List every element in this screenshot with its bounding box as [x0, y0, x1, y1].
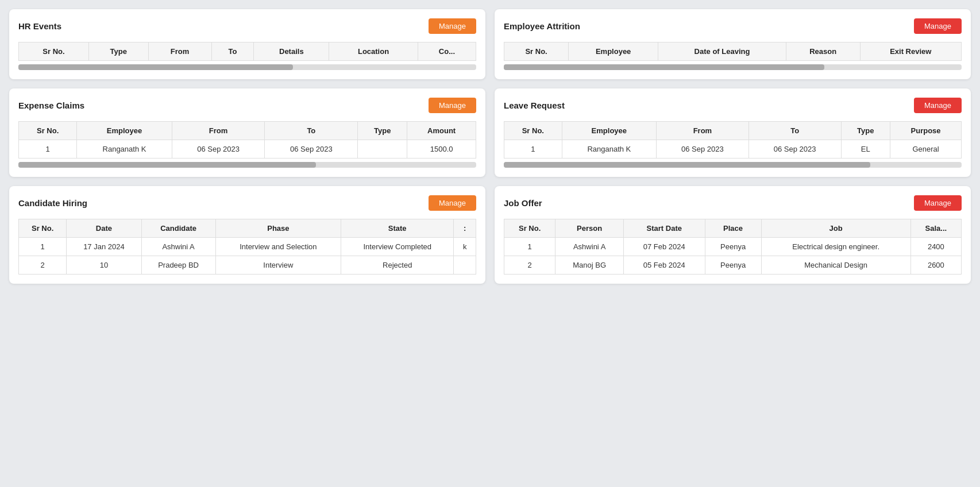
expense-claims-table: Sr No. Employee From To Type Amount 1 Ra… — [18, 121, 476, 159]
job-offer-header: Job Offer Manage — [504, 195, 962, 211]
expense-claims-header-row: Sr No. Employee From To Type Amount — [19, 122, 476, 140]
jo-job2: Mechanical Design — [761, 256, 910, 275]
candidate-hiring-card: Candidate Hiring Manage Sr No. Date Cand… — [9, 186, 485, 284]
expense-claims-title: Expense Claims — [18, 101, 84, 110]
candidate-hiring-tbody: 1 17 Jan 2024 Ashwini A Interview and Se… — [19, 238, 476, 275]
jo-salary1: 2400 — [910, 238, 961, 256]
expense-claims-card: Expense Claims Manage Sr No. Employee Fr… — [9, 88, 485, 177]
jo-place1: Peenya — [705, 238, 761, 256]
lr-col-to: To — [748, 122, 841, 140]
jo-person2: Manoj BG — [555, 256, 624, 275]
expense-claims-scrollbar[interactable] — [18, 162, 476, 168]
jo-person1: Ashwini A — [555, 238, 624, 256]
candidate-hiring-title: Candidate Hiring — [18, 198, 87, 208]
hr-events-col-from: From — [148, 42, 211, 61]
ch-extra: k — [454, 238, 476, 256]
candidate-hiring-header-row: Sr No. Date Candidate Phase State : — [19, 219, 476, 238]
jo-col-salary: Sala... — [910, 219, 961, 238]
ch-state2: Rejected — [341, 256, 454, 275]
ch-col-state: State — [341, 219, 454, 238]
hr-events-table: Sr No. Type From To Details Location Co.… — [18, 42, 476, 61]
employee-attrition-title: Employee Attrition — [504, 21, 580, 31]
jo-job1: Electrical design engineer. — [761, 238, 910, 256]
ec-to: 06 Sep 2023 — [265, 140, 358, 159]
ea-col-reason: Reason — [786, 42, 860, 61]
lr-col-srno: Sr No. — [504, 122, 562, 140]
job-offer-title: Job Offer — [504, 198, 542, 208]
jo-col-job: Job — [761, 219, 910, 238]
lr-type: EL — [841, 140, 890, 159]
table-row: 1 Ashwini A 07 Feb 2024 Peenya Electrica… — [504, 238, 962, 256]
ec-col-from: From — [172, 122, 265, 140]
lr-col-type: Type — [841, 122, 890, 140]
ea-col-employee: Employee — [569, 42, 658, 61]
leave-request-header: Leave Request Manage — [504, 98, 962, 113]
expense-claims-manage-button[interactable]: Manage — [429, 98, 476, 113]
ch-date2: 10 — [67, 256, 141, 275]
jo-col-srno: Sr No. — [504, 219, 555, 238]
ch-candidate: Ashwini A — [141, 238, 215, 256]
table-row: 2 Manoj BG 05 Feb 2024 Peenya Mechanical… — [504, 256, 962, 275]
expense-claims-header: Expense Claims Manage — [18, 98, 476, 113]
ec-col-srno: Sr No. — [19, 122, 77, 140]
ch-col-srno: Sr No. — [19, 219, 67, 238]
job-offer-card: Job Offer Manage Sr No. Person Start Dat… — [495, 186, 971, 284]
hr-events-scrollbar[interactable] — [18, 64, 476, 70]
hr-events-title: HR Events — [18, 21, 61, 31]
ec-type — [358, 140, 407, 159]
dashboard-grid: HR Events Manage Sr No. Type From To Det… — [0, 0, 980, 293]
jo-srno1: 1 — [504, 238, 555, 256]
ec-amount: 1500.0 — [407, 140, 476, 159]
expense-claims-table-wrapper: Sr No. Employee From To Type Amount 1 Ra… — [18, 121, 476, 168]
employee-attrition-scrollbar[interactable] — [504, 64, 962, 70]
ch-col-candidate: Candidate — [141, 219, 215, 238]
leave-request-manage-button[interactable]: Manage — [914, 98, 962, 113]
jo-col-place: Place — [705, 219, 761, 238]
ch-col-date: Date — [67, 219, 141, 238]
ec-srno: 1 — [19, 140, 77, 159]
hr-events-col-to: To — [211, 42, 254, 61]
lr-from: 06 Sep 2023 — [657, 140, 749, 159]
candidate-hiring-manage-button[interactable]: Manage — [429, 195, 476, 211]
hr-events-col-type: Type — [88, 42, 148, 61]
ch-col-phase: Phase — [215, 219, 341, 238]
ch-phase: Interview and Selection — [215, 238, 341, 256]
leave-request-scrollbar-thumb — [504, 162, 870, 168]
lr-srno: 1 — [504, 140, 562, 159]
expense-claims-tbody: 1 Ranganath K 06 Sep 2023 06 Sep 2023 15… — [19, 140, 476, 159]
job-offer-tbody: 1 Ashwini A 07 Feb 2024 Peenya Electrica… — [504, 238, 962, 275]
ch-candidate2: Pradeep BD — [141, 256, 215, 275]
jo-start-date2: 05 Feb 2024 — [623, 256, 705, 275]
jo-place2: Peenya — [705, 256, 761, 275]
ec-col-type: Type — [358, 122, 407, 140]
ea-col-srno: Sr No. — [504, 42, 569, 61]
job-offer-manage-button[interactable]: Manage — [914, 195, 962, 211]
hr-events-col-location: Location — [329, 42, 418, 61]
hr-events-col-srno: Sr No. — [19, 42, 89, 61]
lr-col-from: From — [657, 122, 749, 140]
jo-srno2: 2 — [504, 256, 555, 275]
hr-events-col-co: Co... — [418, 42, 476, 61]
ch-date: 17 Jan 2024 — [67, 238, 141, 256]
table-row: 2 10 Pradeep BD Interview Rejected — [19, 256, 476, 275]
lr-employee: Ranganath K — [562, 140, 656, 159]
hr-events-table-wrapper: Sr No. Type From To Details Location Co.… — [18, 42, 476, 70]
ch-state: Interview Completed — [341, 238, 454, 256]
hr-events-header-row: Sr No. Type From To Details Location Co.… — [19, 42, 476, 61]
employee-attrition-card: Employee Attrition Manage Sr No. Employe… — [495, 9, 971, 79]
lr-to: 06 Sep 2023 — [748, 140, 841, 159]
jo-col-person: Person — [555, 219, 624, 238]
leave-request-header-row: Sr No. Employee From To Type Purpose — [504, 122, 962, 140]
lr-col-purpose: Purpose — [890, 122, 962, 140]
hr-events-col-details: Details — [254, 42, 329, 61]
leave-request-card: Leave Request Manage Sr No. Employee Fro… — [495, 88, 971, 177]
hr-events-scrollbar-thumb — [18, 64, 293, 70]
employee-attrition-scrollbar-thumb — [504, 64, 824, 70]
employee-attrition-manage-button[interactable]: Manage — [914, 18, 962, 34]
table-row: 1 Ranganath K 06 Sep 2023 06 Sep 2023 15… — [19, 140, 476, 159]
ea-col-date-leaving: Date of Leaving — [658, 42, 786, 61]
ea-col-exit-review: Exit Review — [860, 42, 961, 61]
candidate-hiring-table-wrapper: Sr No. Date Candidate Phase State : 1 17… — [18, 219, 476, 275]
hr-events-manage-button[interactable]: Manage — [429, 18, 476, 34]
leave-request-scrollbar[interactable] — [504, 162, 962, 168]
